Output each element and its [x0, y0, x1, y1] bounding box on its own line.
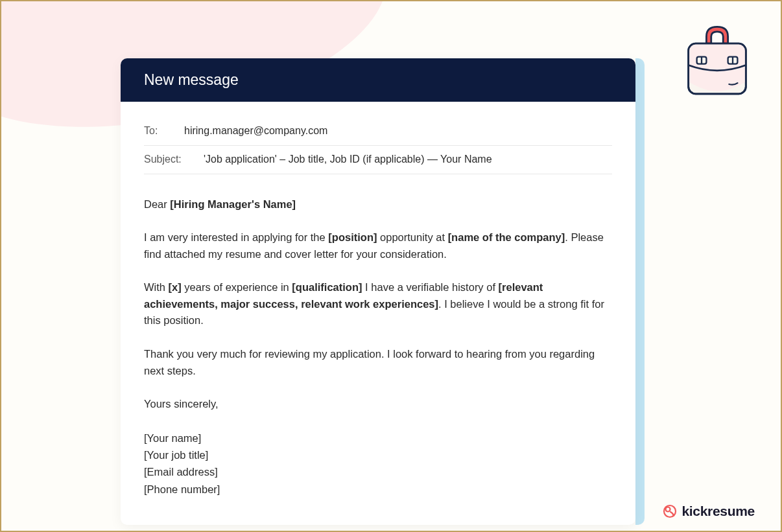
card-accent-shadow	[635, 58, 645, 525]
email-compose-card: New message To: hiring.manager@company.c…	[121, 58, 635, 525]
years-placeholder: [x]	[169, 281, 182, 293]
signature-phone: [Phone number]	[144, 481, 612, 498]
to-value[interactable]: hiring.manager@company.com	[184, 123, 327, 139]
email-content[interactable]: Dear [Hiring Manager's Name] I am very i…	[144, 196, 612, 498]
subject-label: Subject:	[144, 152, 197, 168]
qualification-placeholder: [qualification]	[292, 281, 362, 293]
compose-title: New message	[144, 71, 239, 88]
greeting-prefix: Dear	[144, 198, 170, 210]
compose-header: New message	[121, 58, 635, 102]
paragraph-thanks: Thank you very much for reviewing my app…	[144, 346, 612, 379]
paragraph-interest: I am very interested in applying for the…	[144, 229, 612, 262]
subject-field-row: Subject: 'Job application' – Job title, …	[144, 146, 612, 174]
to-label: To:	[144, 123, 178, 139]
signature-name: [Your name]	[144, 430, 612, 446]
kickresume-icon	[662, 503, 678, 519]
greeting-name-placeholder: [Hiring Manager's Name]	[170, 198, 296, 210]
signoff: Yours sincerely,	[144, 396, 612, 413]
greeting-line: Dear [Hiring Manager's Name]	[144, 196, 612, 213]
briefcase-icon	[681, 22, 753, 100]
subject-value[interactable]: 'Job application' – Job title, Job ID (i…	[204, 152, 492, 168]
brand-logo: kickresume	[662, 503, 755, 519]
to-field-row: To: hiring.manager@company.com	[144, 117, 612, 146]
company-placeholder: [name of the company]	[448, 231, 565, 243]
svg-point-7	[666, 507, 670, 512]
signature-email: [Email address]	[144, 463, 612, 480]
position-placeholder: [position]	[328, 231, 377, 243]
brand-name: kickresume	[681, 503, 755, 519]
signature-title: [Your job title]	[144, 446, 612, 463]
paragraph-experience: With [x] years of experience in [qualifi…	[144, 279, 612, 329]
